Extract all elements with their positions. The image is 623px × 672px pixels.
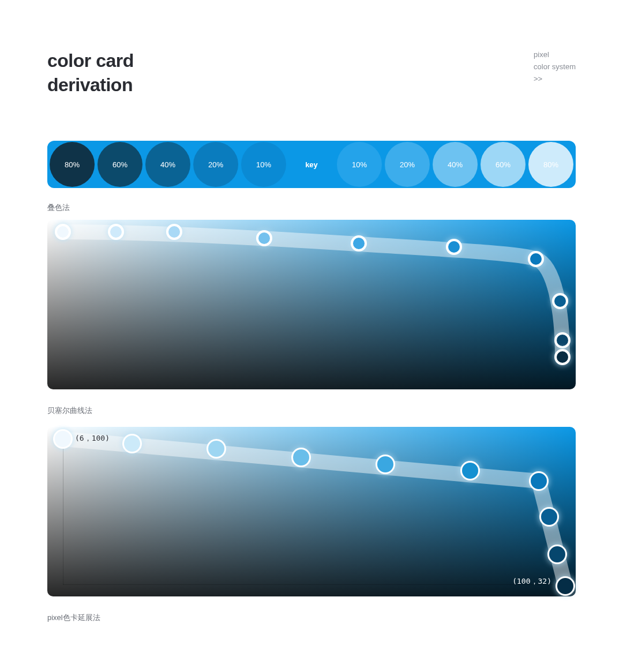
color-node: [256, 230, 272, 246]
pixel-extend-method-label: pixel色卡延展法: [47, 613, 100, 623]
bezier-method-label: 贝塞尔曲线法: [47, 406, 92, 416]
meta-block: pixel color system >>: [534, 49, 576, 85]
overlay-method-label: 叠色法: [47, 202, 70, 213]
pixel-extend-panel: (6，100) (100，32): [47, 427, 576, 596]
end-coordinate: (100，32): [512, 576, 551, 587]
swatch-key: key: [289, 142, 334, 187]
swatch-3: 20%: [193, 142, 238, 187]
swatch-4: 10%: [241, 142, 286, 187]
title-line-2: derivation: [47, 73, 134, 97]
swatch-0: 80%: [50, 142, 95, 187]
color-node: [556, 576, 575, 596]
color-node: [554, 332, 571, 348]
swatch-1: 60%: [97, 142, 142, 187]
overlay-swatch-bar: 80%60%40%20%10%key10%20%40%60%80%: [47, 141, 576, 188]
color-node: [554, 349, 571, 365]
color-node: [122, 434, 142, 453]
swatch-8: 40%: [433, 142, 478, 187]
meta-line-1: pixel: [534, 49, 576, 61]
swatch-6: 10%: [337, 142, 382, 187]
color-node: [351, 235, 367, 251]
title-line-1: color card: [47, 49, 134, 73]
color-node: [539, 507, 559, 527]
color-node: [53, 429, 73, 449]
swatch-7: 20%: [385, 142, 430, 187]
meta-line-2: color system: [534, 61, 576, 73]
axis-horizontal: [63, 584, 568, 585]
color-node: [552, 293, 568, 309]
color-node: [446, 239, 462, 255]
start-coordinate: (6，100): [75, 433, 110, 444]
color-node: [547, 545, 567, 564]
color-node: [528, 251, 544, 267]
color-node: [166, 224, 182, 240]
bezier-panel: [47, 220, 576, 389]
color-node: [55, 224, 71, 240]
color-node: [207, 439, 226, 459]
meta-line-3: >>: [534, 73, 576, 85]
swatch-2: 40%: [145, 142, 190, 187]
color-node: [529, 471, 549, 491]
color-node: [376, 455, 395, 474]
color-node: [108, 224, 124, 240]
color-node: [460, 461, 480, 480]
swatch-9: 60%: [481, 142, 526, 187]
swatch-10: 80%: [528, 142, 573, 187]
axis-vertical: [63, 438, 63, 585]
color-node: [291, 448, 311, 467]
page-title: color card derivation: [47, 49, 134, 97]
